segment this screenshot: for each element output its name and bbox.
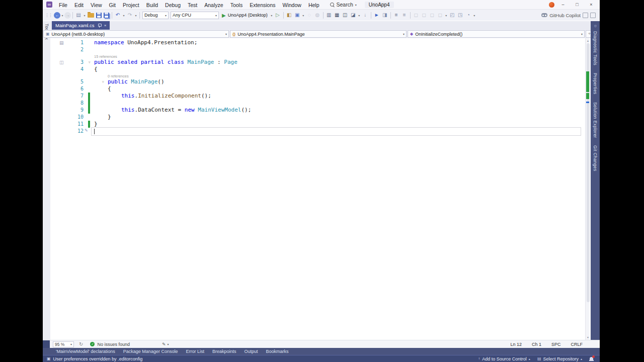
tab-close-icon[interactable]: × (104, 23, 107, 28)
select-repository-button[interactable]: ▤ Select Repository ▴ (537, 356, 582, 361)
save-all-icon[interactable] (104, 13, 109, 18)
line-number[interactable]: 2 (65, 46, 84, 53)
navigate-down-icon[interactable]: ↓ (361, 10, 369, 21)
navigate-forward-button[interactable]: → (64, 12, 71, 19)
scroll-down-icon[interactable]: ▼ (586, 336, 590, 339)
compare-files-icon[interactable]: ◨ (381, 10, 389, 21)
type-dropdown[interactable]: {} UnoApp4.Presentation.MainPage ▾ (230, 30, 407, 38)
toolbar-overflow-4[interactable]: ▾ (472, 14, 476, 17)
undo-dropdown[interactable]: ▾ (122, 14, 126, 17)
codelens-references[interactable]: 0 references (108, 74, 129, 78)
open-file-icon[interactable] (88, 13, 94, 18)
search-control[interactable]: Search ▾ (330, 2, 357, 8)
copilot-panel-icon[interactable] (583, 13, 588, 18)
minimize-button[interactable]: – (557, 0, 569, 9)
notifications-bell-icon[interactable] (589, 356, 594, 361)
vertical-scrollbar[interactable]: ▲ ▼ (585, 38, 590, 340)
window-layout-icon[interactable]: ◳ (456, 10, 464, 21)
save-icon[interactable] (96, 13, 102, 18)
add-to-source-control-button[interactable]: ↑ Add to Source Control ▴ (478, 356, 530, 361)
outdent-icon[interactable]: ≡ (400, 10, 409, 21)
zoom-select[interactable]: 95 % ▾ (53, 341, 74, 347)
start-debugging-button[interactable]: ▶UnoApp4 (Desktop) (220, 13, 270, 18)
live-share-icon[interactable]: ◧ (285, 10, 293, 21)
line-number[interactable]: 1 (65, 39, 84, 46)
preview-changes-icon[interactable]: ◪ (349, 10, 357, 21)
prev-bookmark-icon[interactable]: ◻ (420, 10, 428, 21)
copilot-chat-icon[interactable] (590, 13, 596, 18)
menu-help[interactable]: Help (305, 2, 323, 8)
line-number[interactable]: 11 (65, 121, 84, 128)
navigate-back-dropdown[interactable]: ▾ (60, 14, 64, 17)
close-button[interactable]: × (586, 0, 597, 9)
spaces-indicator[interactable]: SPC (551, 342, 561, 347)
panel-tab-bookmarks[interactable]: Bookmarks (262, 348, 293, 355)
pin-icon[interactable] (98, 24, 101, 27)
maximize-button[interactable]: □ (572, 0, 583, 9)
line-indicator[interactable]: Ln 12 (510, 342, 522, 347)
tool-tab-diagnostic-tools[interactable]: Diagnostic Tools (593, 31, 598, 65)
doc-info-icon[interactable]: ▤ (59, 40, 64, 46)
line-number[interactable]: 5 (65, 78, 84, 85)
github-copilot-status[interactable]: GitHub Copilot (541, 10, 596, 21)
panel-tab-output[interactable]: Output (240, 348, 262, 355)
panel-tab-error-list[interactable]: Error List (182, 348, 208, 355)
menu-build[interactable]: Build (143, 2, 162, 8)
toolbar-overflow-3[interactable]: ▾ (444, 14, 448, 17)
gear-icon[interactable]: ☼ (591, 23, 600, 28)
step-into-icon[interactable]: ◍ (313, 10, 321, 21)
run-target-dropdown[interactable]: ▾ (270, 14, 274, 17)
panel-tab--mainviewmodel-declarations[interactable]: 'MainViewModel' declarations (52, 348, 119, 355)
designer-split-icon[interactable]: ◫ (59, 59, 64, 65)
tab-mainpage-xaml-cs[interactable]: MainPage.xaml.cs × (52, 21, 110, 30)
menu-tools[interactable]: Tools (227, 2, 247, 8)
tool-tab-git-changes[interactable]: Git Changes (593, 145, 598, 171)
next-bookmark-icon[interactable]: ◻ (428, 10, 436, 21)
breakpoint-window-icon[interactable]: ▣ (293, 10, 301, 21)
navigate-back-button[interactable]: ← (54, 12, 60, 19)
refresh-icon[interactable]: ↻ (79, 341, 83, 347)
issues-status[interactable]: No issues found (97, 342, 130, 347)
redo-dropdown[interactable]: ▾ (134, 14, 138, 17)
tool-tab-properties[interactable]: Properties (593, 73, 598, 95)
toolbar-overflow-1[interactable]: ▾ (301, 14, 305, 17)
scroll-up-icon[interactable]: ▲ (586, 39, 590, 42)
send-feedback-icon[interactable]: ◔ (464, 10, 472, 21)
solution-configurations-select[interactable]: Debug▾ (142, 12, 169, 19)
tool-tab-solution-explorer[interactable]: Solution Explorer (593, 102, 598, 138)
new-file-icon[interactable]: ▤ (74, 10, 83, 21)
start-without-debugging-icon[interactable]: ▷ (274, 10, 282, 21)
eol-indicator[interactable]: CRLF (571, 342, 583, 347)
run-code-analysis-icon[interactable]: ► (373, 10, 381, 21)
fold-chevron-icon[interactable]: ▿ (102, 79, 104, 85)
line-number[interactable]: 8 (65, 100, 84, 107)
clear-bookmarks-icon[interactable]: ◻ (436, 10, 444, 21)
menu-file[interactable]: File (55, 2, 71, 8)
redo-icon[interactable]: ↷ (126, 10, 134, 21)
menu-edit[interactable]: Edit (71, 2, 87, 8)
code-editor[interactable]: ▤1namespace UnoApp4.Presentation;215 ref… (50, 38, 585, 340)
menu-test[interactable]: Test (184, 2, 201, 8)
line-number[interactable]: 3 (65, 59, 84, 66)
line-number[interactable]: 9 (65, 107, 84, 114)
project-dropdown[interactable]: ▣ UnoApp4 (net8.0-desktop) ▾ (43, 30, 229, 38)
window-split-icon[interactable]: ◰ (448, 10, 456, 21)
line-number[interactable]: 12 (65, 128, 84, 135)
line-number[interactable]: 10 (65, 114, 84, 121)
undo-icon[interactable]: ↶ (114, 10, 122, 21)
menu-view[interactable]: View (87, 2, 106, 8)
snapshot-icon[interactable]: ▦ (333, 10, 341, 21)
new-file-dropdown[interactable]: ▾ (83, 14, 87, 17)
panel-tab-package-manager-console[interactable]: Package Manager Console (119, 348, 182, 355)
panel-tab-breakpoints[interactable]: Breakpoints (208, 348, 240, 355)
new-query-icon[interactable]: ▥ (325, 10, 333, 21)
codelens-references[interactable]: 15 references (94, 54, 117, 59)
menu-window[interactable]: Window (279, 2, 305, 8)
step-over-icon[interactable]: ◌ (305, 10, 313, 21)
indent-icon[interactable]: ≡ (392, 10, 400, 21)
account-avatar[interactable] (549, 2, 554, 8)
line-number[interactable]: 6 (65, 85, 84, 93)
attach-process-icon[interactable]: ◫ (341, 10, 349, 21)
toolbar-overflow-2[interactable]: ▾ (357, 14, 361, 17)
menu-extensions[interactable]: Extensions (246, 2, 279, 8)
